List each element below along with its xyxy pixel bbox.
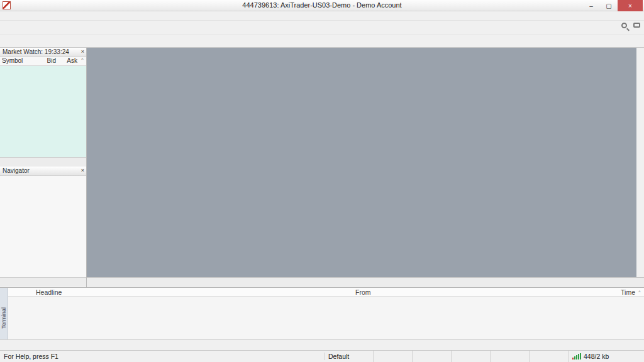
- status-help-text: For Help, press F1: [0, 353, 325, 360]
- connection-bars-icon: [572, 353, 581, 359]
- traffic-text: 448/2 kb: [584, 353, 609, 360]
- close-icon[interactable]: ×: [618, 0, 643, 11]
- navigator-title: Navigator ×: [0, 167, 86, 176]
- status-connection: 448/2 kb: [569, 351, 644, 362]
- chart-workspace: [87, 48, 636, 277]
- market-watch-title: Market Watch: 19:33:24 ×: [0, 48, 86, 57]
- search-icon[interactable]: [621, 23, 627, 28]
- column-time[interactable]: Time: [572, 288, 635, 296]
- navigator-tabs: [0, 277, 86, 287]
- chat-icon[interactable]: [633, 23, 640, 28]
- column-ask[interactable]: Ask: [58, 57, 79, 65]
- market-watch-panel: Market Watch: 19:33:24 × Symbol Bid Ask …: [0, 48, 87, 167]
- column-bid[interactable]: Bid: [35, 57, 58, 65]
- market-watch-tabs: [0, 157, 86, 167]
- scroll-up-icon[interactable]: ^: [79, 57, 86, 65]
- restore-icon[interactable]: ▢: [600, 0, 618, 11]
- terminal-scroll-up-icon[interactable]: ^: [635, 290, 644, 294]
- status-cell: [374, 351, 413, 362]
- toolbar-right-icons: [621, 23, 640, 28]
- column-from[interactable]: From: [355, 288, 572, 296]
- window-controls: – ▢ ×: [582, 0, 643, 11]
- market-watch-header: Symbol Bid Ask ^: [0, 57, 86, 66]
- toolbar-standard: [0, 21, 644, 35]
- navigator-tree: [0, 176, 86, 277]
- terminal-tabs: [0, 339, 644, 350]
- status-bar: For Help, press F1 Default 448/2 kb: [0, 350, 644, 362]
- mt4-application-window: 444739613: AxiTrader-US03-Demo - Demo Ac…: [0, 0, 644, 362]
- status-profile[interactable]: Default: [325, 351, 374, 362]
- terminal-side-label: Terminal: [1, 304, 7, 329]
- status-cell: [452, 351, 491, 362]
- minimize-icon[interactable]: –: [582, 0, 600, 11]
- column-headline[interactable]: Headline: [8, 288, 355, 296]
- market-watch-title-text: Market Watch: 19:33:24: [3, 48, 69, 55]
- chart-tab-bar: [87, 277, 644, 287]
- market-watch-close-icon[interactable]: ×: [81, 48, 84, 55]
- terminal-header: Headline From Time ^: [8, 288, 644, 297]
- terminal-side-strip: Terminal: [0, 288, 8, 339]
- toolbar-line-studies: [0, 35, 644, 48]
- terminal-main: Headline From Time ^: [8, 288, 644, 297]
- market-watch-rows: [0, 66, 86, 157]
- column-symbol[interactable]: Symbol: [0, 57, 35, 65]
- navigator-title-text: Navigator: [3, 167, 30, 174]
- status-cell: [413, 351, 452, 362]
- status-cell: [491, 351, 530, 362]
- terminal-panel: × Terminal Headline From Time ^: [0, 287, 644, 350]
- navigator-panel: Navigator ×: [0, 167, 87, 287]
- navigator-close-icon[interactable]: ×: [81, 167, 84, 173]
- window-title: 444739613: AxiTrader-US03-Demo - Demo Ac…: [0, 1, 644, 9]
- title-bar: 444739613: AxiTrader-US03-Demo - Demo Ac…: [0, 0, 644, 11]
- menu-bar: [0, 11, 644, 21]
- status-cell: [530, 351, 569, 362]
